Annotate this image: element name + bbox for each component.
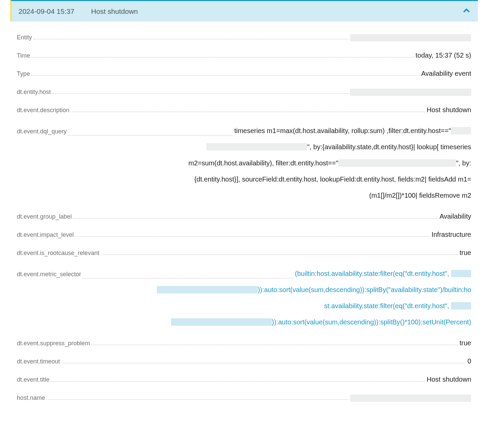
- dots-filler: [31, 57, 414, 58]
- dots-filler: [68, 135, 233, 136]
- event-header[interactable]: 2024-09-04 15:37 Host shutdown: [10, 0, 478, 22]
- event-title: Host shutdown: [91, 7, 138, 15]
- metric-line2: )):auto:sort(value(sum,descending)):spli…: [17, 282, 471, 298]
- redacted-value: [350, 394, 471, 402]
- row-dt-event-dql-query: dt.event.dql_query timeseries m1=max(dt.…: [17, 123, 471, 203]
- metric-line3: st.availability.state:filter(eq("dt.enti…: [17, 298, 471, 314]
- metric-line1: (builtin:host.availability.state:filter(…: [295, 265, 471, 282]
- label-dt-event-impact-level: dt.event.impact_level: [17, 230, 74, 240]
- value-dt-event-title: Host shutdown: [427, 374, 471, 385]
- label-type: Type: [17, 69, 30, 79]
- label-dt-event-title: dt.event.title: [17, 375, 49, 385]
- value-type: Availability event: [421, 68, 471, 79]
- label-dt-event-timeout: dt.event.timeout: [17, 357, 60, 366]
- redacted-value: [338, 159, 456, 167]
- label-dt-entity-host: dt.entity.host: [17, 87, 51, 97]
- row-entity: Entity: [17, 32, 471, 42]
- row-dt-event-impact-level: dt.event.impact_level Infrastructure: [17, 229, 471, 240]
- dql-line4: {dt.entity.host}], sourceField:dt.entity…: [17, 171, 471, 187]
- dql-line1: timeseries m1=max(dt.host.availability, …: [234, 123, 471, 139]
- dots-filler: [91, 345, 458, 345]
- dots-filler: [82, 278, 293, 279]
- row-dt-event-group-label: dt.event.group_label Availability: [17, 211, 471, 222]
- dots-filler: [31, 75, 420, 76]
- label-dt-event-metric-selector: dt.event.metric_selector: [17, 267, 81, 282]
- redacted-value: [350, 89, 471, 96]
- dots-filler: [75, 236, 430, 237]
- row-type: Type Availability event: [17, 68, 471, 79]
- value-dt-event-impact-level: Infrastructure: [431, 229, 471, 240]
- dql-line2: ", by:{availability.state,dt.entity.host…: [17, 139, 471, 155]
- row-dt-event-metric-selector[interactable]: dt.event.metric_selector (builtin:host.a…: [17, 265, 471, 330]
- value-dt-event-group-label: Availability: [440, 211, 471, 222]
- redacted-value: [451, 302, 471, 310]
- value-dt-event-is-rootcause-relevant: true: [460, 247, 471, 258]
- dots-filler: [51, 381, 425, 382]
- value-dt-event-description: Host shutdown: [427, 104, 471, 115]
- label-host-name: host.name: [17, 393, 45, 403]
- value-dt-event-timeout: 0: [467, 356, 471, 366]
- dots-filler: [46, 399, 349, 400]
- dots-filler: [101, 254, 458, 255]
- dots-filler: [33, 39, 349, 39]
- row-dt-event-title: dt.event.title Host shutdown: [17, 374, 471, 385]
- value-dt-entity-host: [350, 86, 471, 97]
- dots-filler: [73, 218, 438, 219]
- label-entity: Entity: [17, 33, 32, 42]
- redacted-value: [451, 127, 471, 134]
- value-time: today, 15:37 (52 s): [416, 50, 471, 61]
- dql-line3: m2=sum(dt.host.availability), filter:dt.…: [17, 155, 471, 171]
- redacted-value: [451, 270, 471, 277]
- row-dt-event-timeout: dt.event.timeout 0: [17, 356, 471, 366]
- dots-filler: [71, 111, 425, 112]
- label-dt-event-is-rootcause-relevant: dt.event.is_rootcause_relevant: [17, 248, 99, 258]
- row-dt-event-is-rootcause-relevant: dt.event.is_rootcause_relevant true: [17, 247, 471, 258]
- row-host-name: host.name: [17, 392, 471, 403]
- label-dt-event-description: dt.event.description: [17, 105, 69, 115]
- metric-line4: )):auto:sort(value(sum,descending)):spli…: [17, 314, 471, 330]
- event-timestamp: 2024-09-04 15:37: [19, 7, 74, 15]
- dots-filler: [52, 93, 349, 94]
- redacted-value: [350, 34, 471, 41]
- chevron-up-icon[interactable]: [462, 6, 471, 17]
- label-dt-event-suppress-problem: dt.event.suppress_problem: [17, 339, 90, 348]
- row-dt-event-suppress-problem: dt.event.suppress_problem true: [17, 338, 471, 348]
- value-entity: [350, 32, 471, 42]
- event-details: Entity Time today, 15:37 (52 s) Type Ava…: [10, 22, 478, 403]
- dql-line5: (m1[]/m2[])*100| fieldsRemove m2: [17, 187, 471, 203]
- value-host-name: [350, 392, 471, 403]
- row-dt-event-description: dt.event.description Host shutdown: [17, 104, 471, 115]
- value-dt-event-suppress-problem: true: [460, 338, 471, 348]
- dots-filler: [61, 363, 466, 363]
- row-dt-entity-host: dt.entity.host: [17, 86, 471, 97]
- redacted-value: [206, 143, 307, 151]
- label-time: Time: [17, 51, 30, 61]
- redacted-value: [157, 286, 258, 293]
- row-time: Time today, 15:37 (52 s): [17, 50, 471, 61]
- label-dt-event-group-label: dt.event.group_label: [17, 212, 72, 222]
- redacted-value: [171, 318, 272, 326]
- label-dt-event-dql-query: dt.event.dql_query: [17, 124, 67, 139]
